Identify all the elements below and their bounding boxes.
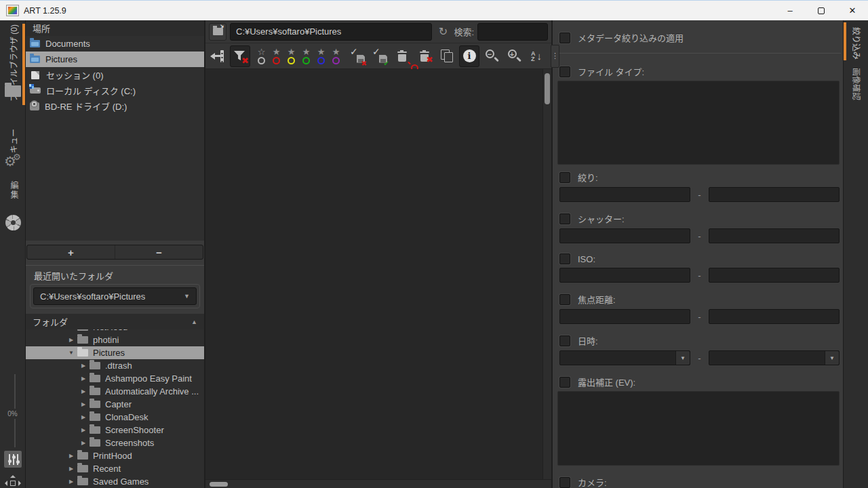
recent-folders-dropdown[interactable]: C:¥Users¥softaro¥Pictures ▼: [33, 287, 197, 305]
dropdown-button[interactable]: ▼: [675, 351, 690, 365]
datetime-to-dropdown[interactable]: ▼: [709, 350, 840, 365]
filter-unedited-button[interactable]: ✓✖: [347, 45, 368, 67]
datetime-from-dropdown[interactable]: ▼: [559, 350, 690, 365]
tree-row[interactable]: ▶ Screenshots: [26, 436, 204, 449]
file-type-checkbox[interactable]: [559, 66, 570, 77]
camera-checkbox[interactable]: [559, 477, 570, 488]
shutter-checkbox[interactable]: [559, 214, 570, 224]
place-item-documents[interactable]: Documents: [26, 36, 204, 52]
apply-metadata-label: メタデータ絞り込みの適用: [578, 31, 684, 44]
filter-rank-purple[interactable]: ★: [331, 47, 341, 64]
remove-place-button[interactable]: −: [115, 245, 203, 259]
filter-rank-blue[interactable]: ★: [316, 47, 326, 64]
expander-icon[interactable]: ▶: [79, 401, 88, 407]
expander-icon[interactable]: ▶: [66, 337, 76, 343]
close-button[interactable]: ✕: [837, 1, 868, 20]
aperture-max-input[interactable]: [709, 187, 840, 202]
datetime-from-input[interactable]: [559, 350, 690, 365]
shutter-max-input[interactable]: [709, 228, 840, 243]
sort-button[interactable]: AZ ↓: [526, 45, 547, 67]
focal-checkbox[interactable]: [559, 294, 570, 305]
tab-filter[interactable]: 絞り込み: [851, 27, 863, 60]
tree-row[interactable]: ▶ Automatically Archive ...: [26, 385, 204, 398]
editor-aperture-icon[interactable]: [5, 215, 21, 230]
ev-list[interactable]: [557, 391, 840, 466]
iso-checkbox[interactable]: [559, 253, 570, 264]
folder-tree-header[interactable]: フォルダ ▲: [26, 314, 204, 329]
show-trash-button[interactable]: [392, 45, 412, 67]
pan-move-icon[interactable]: [5, 476, 20, 488]
tree-row[interactable]: ▶ ClonaDesk: [26, 411, 204, 424]
filter-toggle-button[interactable]: [3, 450, 22, 468]
focal-max-input[interactable]: [709, 309, 840, 324]
tree-row[interactable]: ▶ Ashampoo Easy Paint: [26, 372, 204, 385]
apply-metadata-checkbox[interactable]: [559, 33, 570, 43]
zoom-in-button[interactable]: +: [504, 45, 524, 67]
expander-icon[interactable]: ▶: [66, 453, 76, 459]
file-browser-icon[interactable]: [5, 85, 21, 97]
shutter-min-input[interactable]: [559, 228, 690, 243]
add-place-button[interactable]: +: [27, 245, 115, 259]
tab-queue[interactable]: キュー: [7, 129, 19, 153]
file-type-list[interactable]: [557, 81, 840, 165]
minimize-button[interactable]: –: [774, 1, 806, 20]
search-input[interactable]: [477, 23, 548, 41]
expander-icon[interactable]: ▶: [79, 375, 88, 382]
datetime-checkbox[interactable]: [559, 336, 570, 346]
place-item-local-disk[interactable]: ローカル ディスク (C:): [26, 83, 204, 98]
iso-min-input[interactable]: [559, 268, 690, 283]
tree-row[interactable]: ▶ Recent: [26, 462, 204, 475]
filter-rank-red[interactable]: ★: [271, 47, 281, 64]
filter-rank-yellow[interactable]: ★: [286, 47, 296, 64]
zoom-out-button[interactable]: −: [481, 45, 502, 67]
place-item-bdre-drive[interactable]: BD-RE ドライブ (D:): [26, 98, 204, 114]
expander-icon[interactable]: ▶: [79, 427, 88, 433]
ev-checkbox[interactable]: [559, 377, 570, 388]
filter-unranked[interactable]: ☆: [256, 47, 267, 64]
expander-icon[interactable]: ▶: [66, 479, 76, 485]
tree-row[interactable]: ▶ photini: [26, 333, 204, 346]
copy-stack-button[interactable]: [437, 45, 457, 67]
tree-row[interactable]: ▶ Saved Games: [26, 475, 204, 488]
expander-icon[interactable]: ▶: [66, 329, 76, 330]
parent-folder-button[interactable]: [209, 23, 226, 41]
collapse-left-panel-button[interactable]: [208, 45, 228, 67]
focal-min-input[interactable]: [559, 309, 690, 324]
tree-row[interactable]: ▶ Capter: [26, 398, 204, 411]
tab-image-inspect[interactable]: 画像確認: [851, 68, 863, 100]
aperture-min-input[interactable]: [559, 187, 690, 202]
expander-icon[interactable]: ▶: [79, 363, 88, 369]
tree-row[interactable]: ▶ ScreenShooter: [26, 424, 204, 436]
tree-row-selected[interactable]: ▼ Pictures: [26, 346, 204, 359]
expander-icon[interactable]: ▶: [79, 440, 88, 446]
filter-rank-green[interactable]: ★: [301, 47, 311, 64]
show-info-button[interactable]: i: [459, 45, 479, 67]
empty-trash-button[interactable]: ✖: [414, 45, 435, 67]
expander-icon[interactable]: ▶: [79, 388, 88, 394]
dropdown-button[interactable]: ▼: [825, 351, 839, 365]
refresh-button[interactable]: ↻: [435, 24, 450, 39]
tree-row[interactable]: ▶ .dtrash: [26, 359, 204, 372]
thumbnail-area[interactable]: [205, 69, 551, 479]
range-separator: -: [690, 231, 709, 241]
maximize-button[interactable]: [806, 1, 837, 20]
expander-icon[interactable]: ▶: [66, 466, 76, 472]
queue-gears-icon[interactable]: ⚙⚙: [4, 155, 16, 168]
collapse-all-icon[interactable]: ▲: [191, 319, 197, 325]
tab-editor[interactable]: 編集: [8, 181, 20, 200]
expander-icon[interactable]: ▶: [79, 414, 88, 420]
path-input[interactable]: [230, 23, 432, 41]
iso-max-input[interactable]: [709, 268, 840, 283]
place-item-sessions[interactable]: セッション (0): [26, 67, 204, 83]
vertical-scrollbar-thumb[interactable]: [545, 73, 550, 104]
aperture-checkbox[interactable]: [559, 172, 570, 183]
filter-edited-button[interactable]: ✓✔: [370, 45, 390, 67]
clear-filters-button[interactable]: ✖: [230, 45, 250, 67]
tree-row[interactable]: ▶ PrintHood: [26, 449, 204, 462]
folder-icon: [77, 329, 88, 331]
horizontal-scrollbar-thumb[interactable]: [210, 482, 228, 487]
expander-icon[interactable]: ▼: [66, 350, 76, 356]
place-item-pictures[interactable]: Pictures: [26, 52, 204, 67]
datetime-to-input[interactable]: [709, 350, 840, 365]
collapse-right-panel-button[interactable]: ⋮: [551, 45, 559, 68]
